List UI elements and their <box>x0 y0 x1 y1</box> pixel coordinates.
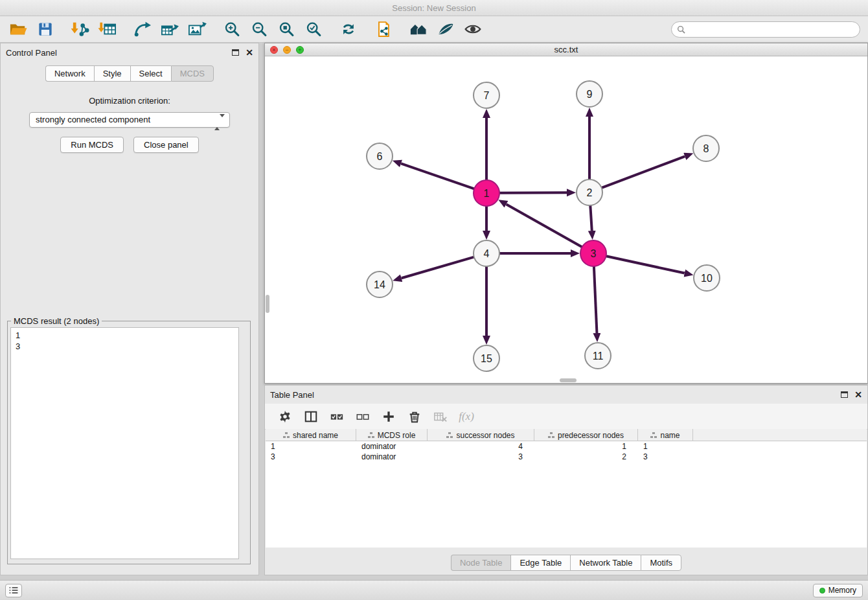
svg-text:2: 2 <box>587 187 593 198</box>
delete-table-icon <box>433 410 448 424</box>
table-cell: 1 <box>638 441 693 452</box>
vertical-scrollbar[interactable] <box>266 295 269 313</box>
home-button[interactable] <box>407 19 430 40</box>
tab-select[interactable]: Select <box>130 65 171 82</box>
table-settings-button[interactable] <box>275 407 295 426</box>
import-table-button[interactable] <box>96 19 119 40</box>
network-canvas[interactable]: 7968124314101511 <box>265 56 867 383</box>
add-column-button[interactable] <box>379 407 398 426</box>
zoom-fit-icon <box>277 21 295 38</box>
edge-1-6[interactable] <box>401 163 474 189</box>
column-header-MCDS-role[interactable]: MCDS role <box>356 429 428 441</box>
svg-text:4: 4 <box>484 248 490 259</box>
select-all-button[interactable] <box>327 407 347 426</box>
snapshot-button[interactable] <box>372 19 395 40</box>
column-header-label: MCDS role <box>378 431 416 440</box>
toggle-columns-button[interactable] <box>301 407 321 426</box>
save-session-button[interactable] <box>34 19 57 40</box>
search-input[interactable] <box>689 25 854 34</box>
node-8[interactable]: 8 <box>693 135 719 161</box>
node-15[interactable]: 15 <box>474 345 499 371</box>
function-icon: f(x) <box>459 410 474 423</box>
table-cell: 3 <box>638 452 693 462</box>
node-2[interactable]: 2 <box>577 179 602 205</box>
mcds-result-list[interactable]: 13 <box>10 327 239 559</box>
edge-4-14[interactable] <box>402 257 474 279</box>
open-session-button[interactable] <box>6 19 30 40</box>
close-panel-button[interactable]: Close panel <box>133 137 199 153</box>
tab-edge-table[interactable]: Edge Table <box>510 555 570 571</box>
tab-network[interactable]: Network <box>45 65 94 82</box>
column-header-successor-nodes[interactable]: successor nodes <box>428 429 534 441</box>
tab-network-table[interactable]: Network Table <box>570 555 641 571</box>
delete-button[interactable] <box>405 407 424 426</box>
table-body: 1dominator4113dominator323 <box>266 441 867 462</box>
node-10[interactable]: 10 <box>694 265 720 291</box>
edge-3-10[interactable] <box>606 256 685 273</box>
import-table-icon <box>98 21 117 38</box>
style-brush-button[interactable] <box>434 19 457 40</box>
edge-2-8[interactable] <box>602 156 685 188</box>
export-table-button[interactable] <box>158 19 181 40</box>
column-header-label: predecessor nodes <box>558 431 624 440</box>
node-7[interactable]: 7 <box>474 82 499 108</box>
task-history-button[interactable] <box>5 584 22 597</box>
home-icon <box>408 21 429 38</box>
tree-icon <box>283 432 290 438</box>
tab-style[interactable]: Style <box>94 65 130 82</box>
float-table-panel-icon[interactable] <box>841 391 848 398</box>
table-row[interactable]: 3dominator323 <box>266 452 867 462</box>
eye-button[interactable] <box>461 19 485 40</box>
table-panel-tabs: Node TableEdge TableNetwork TableMotifs <box>265 555 867 571</box>
table-row[interactable]: 1dominator411 <box>266 441 867 452</box>
table-cell: 2 <box>534 452 638 462</box>
import-network-button[interactable] <box>69 19 92 40</box>
search-field[interactable] <box>671 21 860 38</box>
table-cell: dominator <box>356 452 428 462</box>
zoom-out-button[interactable] <box>247 19 271 40</box>
tab-mcds[interactable]: MCDS <box>171 65 214 82</box>
deselect-all-button[interactable] <box>353 407 372 426</box>
minimize-window-button[interactable]: − <box>283 46 291 54</box>
export-network-button[interactable] <box>131 19 154 40</box>
close-panel-icon[interactable]: ✕ <box>246 49 253 56</box>
node-3[interactable]: 3 <box>580 240 606 266</box>
edge-3-1[interactable] <box>506 204 582 247</box>
zoom-window-button[interactable]: + <box>296 46 304 54</box>
control-panel-tabs: NetworkStyleSelectMCDS <box>1 65 258 82</box>
close-table-panel-icon[interactable]: ✕ <box>854 391 862 398</box>
column-header-name[interactable]: name <box>638 429 693 441</box>
zoom-in-button[interactable] <box>220 19 244 40</box>
tab-motifs[interactable]: Motifs <box>641 555 681 571</box>
column-header-predecessor-nodes[interactable]: predecessor nodes <box>534 429 638 441</box>
network-view-window: × − + scc.txt 7968124314101511 <box>264 43 868 384</box>
edge-3-11[interactable] <box>594 266 597 333</box>
delete-table-button[interactable] <box>431 407 450 426</box>
edge-2-3[interactable] <box>590 205 591 231</box>
horizontal-scrollbar[interactable] <box>560 378 577 382</box>
node-11[interactable]: 11 <box>585 343 611 369</box>
tab-node-table[interactable]: Node Table <box>451 555 511 571</box>
optimization-criterion-select[interactable]: strongly connected component <box>29 112 230 128</box>
column-header-shared-name[interactable]: shared name <box>266 429 356 441</box>
dropdown-stepper-icon <box>214 115 225 130</box>
run-mcds-button[interactable]: Run MCDS <box>60 137 124 153</box>
edge-1-2[interactable] <box>499 192 567 193</box>
function-builder-button[interactable]: f(x) <box>457 407 476 426</box>
zoom-fit-button[interactable] <box>275 19 298 40</box>
node-4[interactable]: 4 <box>474 240 499 266</box>
zoom-selected-icon <box>304 21 323 38</box>
refresh-button[interactable] <box>337 19 360 40</box>
export-image-button[interactable] <box>185 19 209 40</box>
zoom-selected-button[interactable] <box>302 19 325 40</box>
eye-icon <box>464 21 482 38</box>
node-1[interactable]: 1 <box>474 180 499 206</box>
float-panel-icon[interactable] <box>232 49 239 56</box>
close-window-button[interactable]: × <box>270 46 278 54</box>
table-panel-header: Table Panel ✕ <box>265 386 867 404</box>
node-14[interactable]: 14 <box>367 271 393 297</box>
column-header-label: name <box>660 431 680 440</box>
node-9[interactable]: 9 <box>577 81 602 107</box>
node-6[interactable]: 6 <box>367 143 393 169</box>
memory-button[interactable]: Memory <box>813 584 863 597</box>
